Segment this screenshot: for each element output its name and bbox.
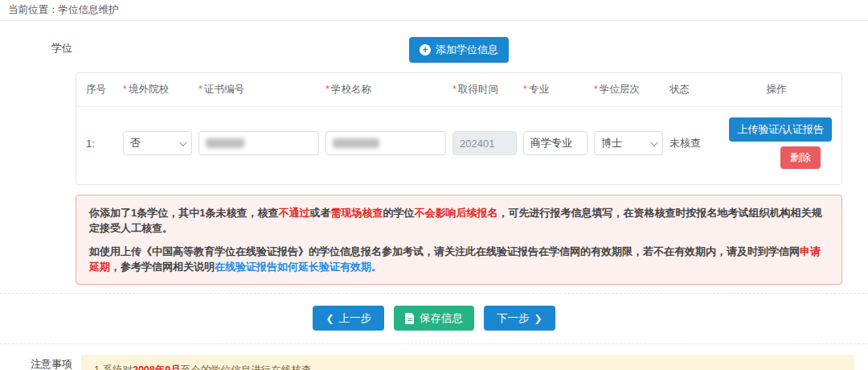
- text-segment: 如使用上传《中国高等教育学位在线验证报告》的学位信息报名参加考试，请关注此在线验…: [89, 245, 800, 257]
- table-row: 1: 否 博士 未核查 上传验证/认证: [76, 107, 841, 184]
- text-segment: 需现场核查: [330, 207, 383, 219]
- required-marker: *: [594, 84, 598, 95]
- notice-paragraph-1: 你添加了1条学位，其中1条未核查，核查不通过或者需现场核查的学位不会影响后续报名…: [89, 205, 829, 236]
- col-header-overseas: *境外院校: [123, 83, 192, 97]
- degree-table: 序号 *境外院校 *证书编号 *学校名称 *取得时间 *专业 *学位层次 状态 …: [76, 72, 842, 185]
- text-segment: 1.系统对: [94, 364, 133, 370]
- previous-step-label: 上一步: [339, 311, 372, 326]
- redacted-value: [206, 138, 244, 148]
- next-step-label: 下一步: [497, 311, 530, 326]
- major-input[interactable]: [523, 131, 588, 155]
- required-marker: *: [326, 84, 330, 95]
- certificate-no-input[interactable]: [199, 131, 319, 155]
- col-header-status: 状态: [669, 83, 714, 97]
- plus-circle-icon: +: [420, 44, 431, 56]
- status-badge: 未核查: [669, 136, 714, 150]
- text-segment: 你添加了1条学位，其中1条未核查，核查: [89, 207, 278, 219]
- add-degree-button[interactable]: + 添加学位信息: [409, 37, 509, 63]
- col-header-degree-level: *学位层次: [594, 83, 663, 97]
- breadcrumb: 当前位置：学位信息维护: [0, 0, 868, 21]
- degree-level-value: 博士: [601, 136, 622, 150]
- notes-section-label: 注意事项: [0, 355, 72, 370]
- col-header-index: 序号: [86, 83, 117, 97]
- text-segment: ，参考学信网相关说明: [110, 261, 215, 273]
- upload-report-button[interactable]: 上传验证/认证报告: [729, 117, 832, 142]
- row-index: 1:: [86, 138, 117, 150]
- degree-section-content: + 添加学位信息 序号 *境外院校 *证书编号 *学校名称 *取得时间 *专业 …: [76, 37, 842, 285]
- text-segment: 2008年9月: [133, 364, 181, 370]
- obtain-time-input: [452, 131, 517, 155]
- step-actions: ❮ 上一步 保存信息 下一步 ❯: [0, 294, 868, 343]
- text-segment: 不会影响后续报名: [414, 207, 497, 219]
- degree-section: 学位 + 添加学位信息 序号 *境外院校 *证书编号 *学校名称 *取得时间 *…: [0, 37, 868, 285]
- delete-button[interactable]: 删除: [780, 146, 821, 169]
- degree-section-label: 学位: [0, 37, 72, 285]
- inline-link[interactable]: 在线验证报告如何延长验证有效期。: [215, 261, 382, 273]
- verification-notice-box: 你添加了1条学位，其中1条未核查，核查不通过或者需现场核查的学位不会影响后续报名…: [76, 195, 842, 285]
- notes-box: 1.系统对2008年9月至今的学位信息进行在线核查。 2.学位信息在线核查为“未…: [81, 355, 854, 370]
- save-info-button[interactable]: 保存信息: [394, 306, 474, 331]
- degree-level-select[interactable]: 博士: [594, 131, 663, 155]
- col-header-school-name: *学校名称: [326, 83, 446, 97]
- next-step-button[interactable]: 下一步 ❯: [484, 306, 555, 331]
- note-item-1: 1.系统对2008年9月至今的学位信息进行在线核查。: [94, 364, 841, 370]
- chevron-left-icon: ❮: [326, 313, 334, 324]
- text-segment: 的学位: [383, 207, 414, 219]
- col-header-obtain-time: *取得时间: [452, 83, 517, 97]
- text-segment: 至今的学位信息进行在线核查。: [181, 364, 321, 370]
- chevron-down-icon: [650, 138, 658, 146]
- required-marker: *: [123, 84, 127, 95]
- required-marker: *: [452, 84, 457, 95]
- col-header-major: *专业: [523, 83, 588, 97]
- add-degree-button-label: 添加学位信息: [436, 43, 498, 57]
- required-marker: *: [523, 84, 527, 95]
- required-marker: *: [199, 84, 203, 95]
- previous-step-button[interactable]: ❮ 上一步: [313, 306, 384, 331]
- text-segment: 不通过: [278, 207, 309, 219]
- chevron-right-icon: ❯: [534, 313, 542, 324]
- degree-table-header: 序号 *境外院校 *证书编号 *学校名称 *取得时间 *专业 *学位层次 状态 …: [76, 73, 841, 107]
- redacted-value: [333, 138, 379, 148]
- operation-cell: 上传验证/认证报告 删除: [721, 117, 832, 169]
- col-header-operation: 操作: [721, 83, 832, 97]
- overseas-school-value: 否: [130, 136, 141, 150]
- add-degree-row: + 添加学位信息: [76, 37, 842, 63]
- col-header-certificate-no: *证书编号: [199, 83, 319, 97]
- school-name-input[interactable]: [326, 131, 446, 155]
- text-segment: 或者: [309, 207, 330, 219]
- save-info-label: 保存信息: [420, 311, 463, 326]
- document-icon: [405, 313, 415, 324]
- notice-paragraph-2: 如使用上传《中国高等教育学位在线验证报告》的学位信息报名参加考试，请关注此在线验…: [89, 244, 829, 274]
- chevron-down-icon: [179, 138, 187, 146]
- notes-section: 注意事项 1.系统对2008年9月至今的学位信息进行在线核查。 2.学位信息在线…: [0, 344, 868, 370]
- overseas-school-select[interactable]: 否: [123, 131, 192, 155]
